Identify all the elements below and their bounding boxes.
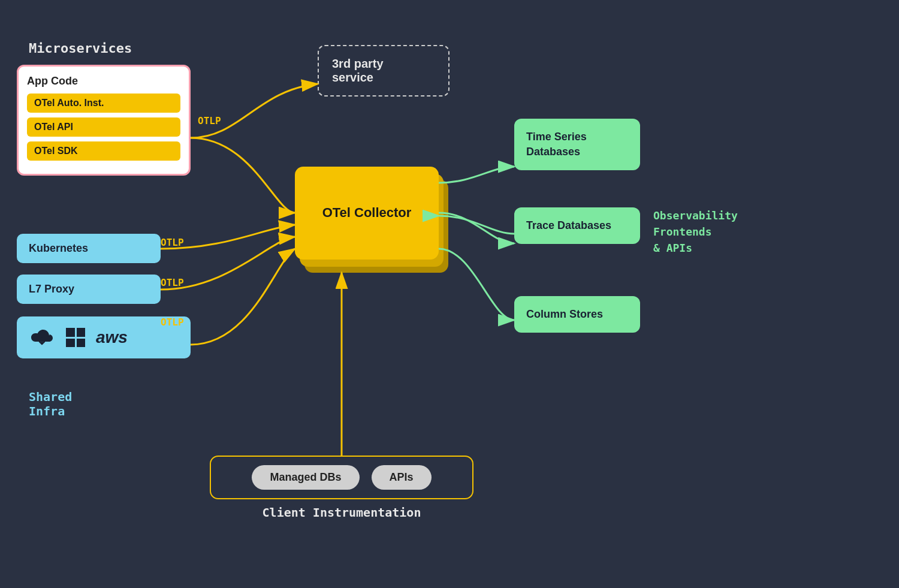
time-series-db-box: Time Series Databases (514, 119, 640, 170)
app-code-box: App Code OTel Auto. Inst. OTel API OTel … (17, 65, 191, 176)
cloud-icon (29, 327, 55, 348)
otlp-label-2: OTLP (161, 237, 184, 248)
otlp-label-1: OTLP (198, 115, 221, 126)
managed-dbs-button: Managed DBs (252, 465, 359, 490)
otel-auto-badge: OTel Auto. Inst. (27, 94, 180, 113)
client-instrumentation-label: Client Instrumentation (210, 505, 473, 520)
kubernetes-box: Kubernetes (17, 234, 161, 263)
otel-collector-box: OTel Collector (295, 167, 439, 272)
shared-infra-label: SharedInfra (29, 390, 72, 418)
otlp-label-4: OTLP (161, 316, 184, 328)
apis-button: APIs (372, 465, 432, 490)
otel-collector-title: OTel Collector (322, 204, 412, 222)
app-code-title: App Code (27, 75, 180, 88)
diagram-container: Microservices App Code OTel Auto. Inst. … (0, 0, 899, 588)
third-party-title: 3rd partyservice (332, 57, 435, 85)
trace-db-box: Trace Databases (514, 207, 640, 244)
observability-label: ObservabilityFrontends& APIs (653, 207, 738, 256)
otel-sdk-badge: OTel SDK (27, 141, 180, 161)
l7-proxy-box: L7 Proxy (17, 275, 161, 304)
microservices-label: Microservices (29, 41, 132, 56)
otel-collector-inner: OTel Collector (295, 167, 439, 260)
aws-label: aws (96, 328, 128, 347)
client-instrumentation-box: Managed DBs APIs (210, 456, 473, 499)
windows-icon (66, 328, 85, 347)
client-instrumentation-container: Managed DBs APIs Client Instrumentation (210, 456, 473, 520)
col-stores-box: Column Stores (514, 296, 640, 333)
third-party-box: 3rd partyservice (318, 45, 450, 97)
otlp-label-3: OTLP (161, 277, 184, 288)
otel-api-badge: OTel API (27, 117, 180, 137)
